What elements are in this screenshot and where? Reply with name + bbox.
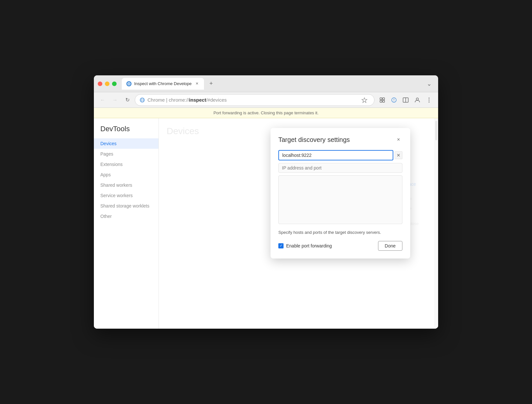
svg-marker-6 <box>362 98 367 103</box>
enable-port-forwarding-label: Enable port forwarding <box>286 243 332 248</box>
sidebar-item-apps[interactable]: Apps <box>94 170 158 180</box>
sidebar-item-service-workers[interactable]: Service workers <box>94 190 158 201</box>
dialog-footer: ✓ Enable port forwarding Done <box>278 241 402 251</box>
sidebar-item-pages[interactable]: Pages <box>94 149 158 159</box>
input-clear-button[interactable]: ✕ <box>395 151 402 159</box>
svg-point-13 <box>394 101 394 101</box>
sidebar-item-devices[interactable]: Devices <box>94 138 158 149</box>
svg-rect-7 <box>380 98 382 100</box>
sidebar: DevTools Devices Pages Extensions Apps S… <box>94 118 159 329</box>
sidebar-item-other[interactable]: Other <box>94 211 158 221</box>
split-screen-icon[interactable] <box>400 95 411 105</box>
svg-point-18 <box>429 99 430 100</box>
nav-actions <box>377 95 434 105</box>
dialog-host-input[interactable] <box>278 150 393 160</box>
sidebar-item-shared-workers[interactable]: Shared workers <box>94 180 158 190</box>
sidebar-item-shared-storage-worklets[interactable]: Shared storage worklets <box>94 201 158 211</box>
dialog-close-button[interactable]: × <box>395 136 402 144</box>
main-content: Devices rwarding... ure... Open ⓘ trace … <box>159 118 438 329</box>
dialog-description: Specify hosts and ports of the target di… <box>278 229 402 236</box>
svg-rect-10 <box>383 100 385 102</box>
enable-port-forwarding-row[interactable]: ✓ Enable port forwarding <box>278 243 332 248</box>
info-banner-text: Port forwarding is active. Closing this … <box>213 110 319 115</box>
nav-bar: ← → ↻ Chrome | chrome://inspect/#devices <box>94 92 438 108</box>
more-menu-icon[interactable] <box>424 95 434 105</box>
minimize-button[interactable] <box>105 82 109 86</box>
svg-point-19 <box>429 101 430 102</box>
browser-window: Inspect with Chrome Develope ✕ + ⌄ ← → ↻… <box>94 75 438 329</box>
dialog-placeholder-row <box>278 163 402 173</box>
tab-close-button[interactable]: ✕ <box>194 81 199 86</box>
address-bar-icon <box>140 97 145 103</box>
bookmark-icon[interactable] <box>359 95 370 105</box>
traffic-lights <box>98 82 117 86</box>
sidebar-item-extensions[interactable]: Extensions <box>94 159 158 170</box>
new-tab-button[interactable]: + <box>207 79 216 88</box>
dialog-input-row: ✕ <box>278 150 402 160</box>
info-banner: Port forwarding is active. Closing this … <box>94 108 438 118</box>
dialog-placeholder-input[interactable] <box>278 163 402 173</box>
target-discovery-dialog: Target discovery settings × ✕ Specify ho… <box>271 128 410 259</box>
title-bar: Inspect with Chrome Develope ✕ + ⌄ <box>94 75 438 92</box>
dialog-title: Target discovery settings <box>278 136 350 144</box>
dialog-textarea-area <box>278 175 402 224</box>
enable-port-forwarding-checkbox[interactable]: ✓ <box>278 243 284 248</box>
forward-button[interactable]: → <box>110 95 120 105</box>
extensions-icon[interactable] <box>377 95 387 105</box>
svg-rect-8 <box>383 98 385 100</box>
profile-icon[interactable] <box>412 95 423 105</box>
maximize-button[interactable] <box>112 82 117 86</box>
svg-point-17 <box>429 97 430 98</box>
dialog-header: Target discovery settings × <box>278 136 402 144</box>
tab-favicon <box>126 81 132 86</box>
svg-point-16 <box>416 98 419 100</box>
tab-bar: Inspect with Chrome Develope ✕ + ⌄ <box>122 78 434 90</box>
svg-rect-9 <box>380 100 382 102</box>
address-bar[interactable]: Chrome | chrome://inspect/#devices <box>135 94 374 106</box>
address-bar-text: Chrome | chrome://inspect/#devices <box>147 97 357 103</box>
back-button[interactable]: ← <box>98 95 108 105</box>
sidebar-title: DevTools <box>94 125 158 138</box>
tab-overflow-button[interactable]: ⌄ <box>424 79 434 89</box>
done-button[interactable]: Done <box>378 241 402 251</box>
active-tab[interactable]: Inspect with Chrome Develope ✕ <box>122 78 204 90</box>
close-button[interactable] <box>98 82 102 86</box>
refresh-button[interactable]: ↻ <box>122 95 132 105</box>
devtools-icon[interactable] <box>389 95 399 105</box>
content-area: DevTools Devices Pages Extensions Apps S… <box>94 118 438 329</box>
tab-title: Inspect with Chrome Develope <box>134 81 192 86</box>
